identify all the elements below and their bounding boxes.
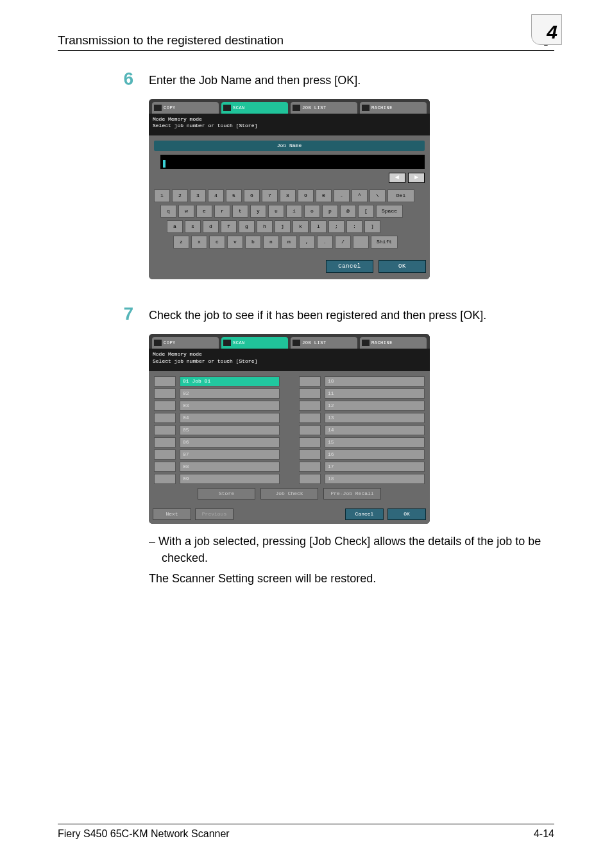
jobslot-select-14[interactable] (299, 425, 321, 435)
jobslot-select-18[interactable] (299, 474, 321, 484)
key-caret[interactable]: ^ (352, 189, 368, 202)
key-q[interactable]: q (160, 205, 176, 218)
key-lbracket[interactable]: [ (358, 205, 374, 218)
key-a[interactable]: a (167, 220, 183, 233)
jobslot-06[interactable]: 06 (180, 437, 280, 447)
key-f[interactable]: f (221, 220, 237, 233)
key-u[interactable]: u (268, 205, 284, 218)
jobslot-04[interactable]: 04 (180, 413, 280, 423)
cursor-right-button[interactable]: ► (408, 173, 425, 183)
key-comma[interactable]: , (299, 236, 315, 248)
key-t[interactable]: t (232, 205, 248, 218)
key-g[interactable]: g (239, 220, 255, 233)
jobslot-select-12[interactable] (299, 401, 321, 411)
key-m[interactable]: m (281, 236, 297, 248)
key-6[interactable]: 6 (244, 189, 260, 202)
jobslot-13[interactable]: 13 (325, 413, 425, 423)
jobslot-select-17[interactable] (299, 462, 321, 472)
jobslot-08[interactable]: 08 (180, 462, 280, 472)
jobname-input[interactable] (160, 155, 425, 169)
ok-button[interactable]: OK (378, 260, 426, 273)
jobslot-15[interactable]: 15 (325, 437, 425, 447)
key-b[interactable]: b (245, 236, 261, 248)
jobslot-select-13[interactable] (299, 413, 321, 423)
key-minus[interactable]: - (334, 189, 350, 202)
key-space[interactable]: Space (376, 205, 403, 218)
tab-copy[interactable]: COPY (152, 102, 219, 114)
key-slash[interactable]: / (335, 236, 351, 248)
key-l[interactable]: l (310, 220, 327, 233)
ok-button-2[interactable]: OK (387, 508, 426, 520)
cancel-button-2[interactable]: Cancel (345, 508, 384, 520)
previous-button[interactable]: Previous (195, 508, 234, 520)
key-at[interactable]: @ (340, 205, 356, 218)
tab-scan[interactable]: SCAN (221, 102, 288, 114)
jobslot-12[interactable]: 12 (325, 401, 425, 411)
jobslot-11[interactable]: 11 (325, 388, 425, 399)
key-8[interactable]: 8 (280, 189, 296, 202)
jobslot-select-10[interactable] (299, 376, 321, 386)
key-del[interactable]: Del (387, 189, 414, 202)
tab-machine[interactable]: MACHINE (360, 102, 427, 114)
jobslot-select-07[interactable] (154, 449, 176, 460)
key-7[interactable]: 7 (262, 189, 278, 202)
key-v[interactable]: v (227, 236, 243, 248)
key-blank[interactable] (353, 236, 369, 248)
jobslot-select-04[interactable] (154, 413, 176, 423)
key-n[interactable]: n (263, 236, 279, 248)
key-3[interactable]: 3 (190, 189, 206, 202)
tab-joblist[interactable]: JOB LIST (291, 102, 357, 114)
key-rbracket[interactable]: ] (364, 220, 380, 233)
key-backslash[interactable]: \ (370, 189, 386, 202)
key-e[interactable]: e (196, 205, 212, 218)
key-h[interactable]: h (257, 220, 273, 233)
jobslot-17[interactable]: 17 (325, 462, 425, 472)
key-j[interactable]: j (275, 220, 291, 233)
jobslot-select-02[interactable] (154, 388, 176, 399)
key-s[interactable]: s (185, 220, 201, 233)
key-c[interactable]: c (209, 236, 225, 248)
jobslot-05[interactable]: 05 (180, 425, 280, 435)
jobslot-09[interactable]: 09 (180, 474, 280, 484)
key-shift[interactable]: Shift (371, 236, 398, 248)
jobslot-select-11[interactable] (299, 388, 321, 399)
key-0[interactable]: 0 (316, 189, 332, 202)
cursor-left-button[interactable]: ◄ (389, 173, 405, 183)
jobslot-select-16[interactable] (299, 449, 321, 460)
key-o[interactable]: o (304, 205, 320, 218)
jobslot-select-09[interactable] (154, 474, 176, 484)
jobslot-01[interactable]: 01 Job 01 (180, 376, 280, 386)
pre-job-recall-button[interactable]: Pre-Job Recall (323, 488, 381, 499)
key-x[interactable]: x (191, 236, 207, 248)
tab-machine-2[interactable]: MACHINE (360, 337, 427, 349)
jobslot-03[interactable]: 03 (180, 401, 280, 411)
tab-copy-2[interactable]: COPY (152, 337, 219, 349)
jobslot-select-05[interactable] (154, 425, 176, 435)
jobslot-18[interactable]: 18 (325, 474, 425, 484)
job-check-button[interactable]: Job Check (260, 488, 318, 499)
key-d[interactable]: d (203, 220, 219, 233)
jobslot-02[interactable]: 02 (180, 388, 280, 399)
key-colon[interactable]: : (346, 220, 362, 233)
jobslot-14[interactable]: 14 (325, 425, 425, 435)
jobslot-select-15[interactable] (299, 437, 321, 447)
key-9[interactable]: 9 (298, 189, 314, 202)
jobslot-16[interactable]: 16 (325, 449, 425, 460)
key-1[interactable]: 1 (154, 189, 170, 202)
jobslot-select-03[interactable] (154, 401, 176, 411)
jobslot-select-06[interactable] (154, 437, 176, 447)
key-p[interactable]: p (322, 205, 338, 218)
key-i[interactable]: i (286, 205, 302, 218)
jobslot-select-01[interactable] (154, 376, 176, 386)
jobslot-07[interactable]: 07 (180, 449, 280, 460)
key-period[interactable]: . (317, 236, 333, 248)
key-4[interactable]: 4 (208, 189, 224, 202)
key-w[interactable]: w (178, 205, 194, 218)
key-k[interactable]: k (293, 220, 309, 233)
key-5[interactable]: 5 (226, 189, 242, 202)
cancel-button[interactable]: Cancel (326, 260, 373, 273)
store-button[interactable]: Store (198, 488, 255, 499)
key-r[interactable]: r (214, 205, 230, 218)
tab-joblist-2[interactable]: JOB LIST (291, 337, 357, 349)
next-button[interactable]: Next (153, 508, 191, 520)
